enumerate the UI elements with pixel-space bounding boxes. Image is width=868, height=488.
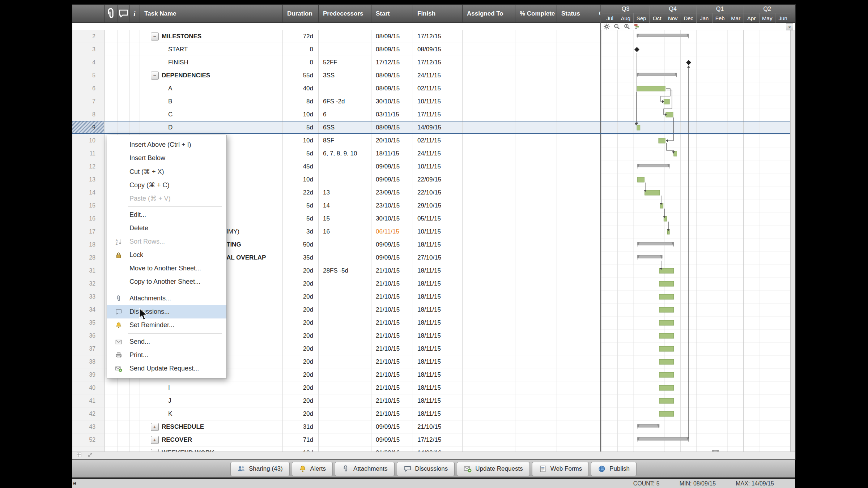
cell-status[interactable]	[557, 407, 598, 420]
cell-duration[interactable]: 20d	[283, 264, 319, 277]
cell-attachment[interactable]	[105, 95, 118, 108]
cell-start[interactable]: 09/09/15	[371, 173, 413, 186]
menu-item-set-reminder[interactable]: Set Reminder...	[107, 318, 226, 332]
cell-duration[interactable]: 72d	[283, 30, 319, 43]
cell-start[interactable]: 09/09/15	[371, 251, 413, 264]
cell-start[interactable]: 09/09/15	[371, 420, 413, 433]
cell-start[interactable]: 08/09/15	[371, 69, 413, 82]
cell-info[interactable]	[129, 108, 140, 121]
row-number[interactable]: 2	[72, 30, 105, 43]
cell-start[interactable]: 21/10/15	[371, 342, 413, 355]
cell-comment[interactable]	[118, 381, 129, 394]
collapse-toggle[interactable]: −	[151, 33, 159, 40]
cell-predecessors[interactable]	[319, 238, 371, 251]
cell-assigned-to[interactable]	[463, 43, 515, 56]
cell-comment[interactable]	[118, 30, 129, 43]
task-bar[interactable]	[664, 99, 669, 104]
cell-pct-complete[interactable]	[515, 381, 557, 394]
menu-item-print[interactable]: Print...	[107, 348, 226, 362]
cell-finish[interactable]: 18/11/15	[413, 316, 463, 329]
cell-info[interactable]	[129, 95, 140, 108]
cell-task-name[interactable]: I	[140, 381, 283, 394]
cell-predecessors[interactable]	[319, 433, 371, 446]
toolbar-button-discussions[interactable]: Discussions	[397, 462, 455, 476]
task-bar[interactable]	[659, 281, 674, 286]
cell-start[interactable]: 21/10/15	[371, 303, 413, 316]
task-bar[interactable]	[637, 125, 640, 130]
expand-icon-button[interactable]	[87, 452, 93, 459]
cell-info[interactable]	[129, 446, 140, 451]
cell-status[interactable]	[557, 394, 598, 407]
row-number[interactable]: 9	[72, 121, 105, 134]
cell-start[interactable]: 23/10/15	[371, 199, 413, 212]
cell-status[interactable]	[557, 342, 598, 355]
cell-status[interactable]	[557, 316, 598, 329]
row-number[interactable]: 42	[72, 407, 105, 420]
cell-status[interactable]	[557, 56, 598, 69]
cell-duration[interactable]: 20d	[283, 407, 319, 420]
cell-assigned-to[interactable]	[463, 225, 515, 238]
cell-pct-complete[interactable]	[515, 290, 557, 303]
row-number[interactable]	[72, 446, 105, 451]
task-bar[interactable]	[659, 320, 674, 325]
cell-comment[interactable]	[118, 433, 129, 446]
cell-pct-complete[interactable]	[515, 199, 557, 212]
cell-task-name[interactable]: +RECOVER	[140, 433, 283, 446]
cell-duration[interactable]: 31d	[283, 420, 319, 433]
cell-assigned-to[interactable]	[463, 446, 515, 451]
milestone-diamond[interactable]	[686, 60, 691, 65]
menu-item-copy-c[interactable]: Copy (⌘ + C)	[107, 178, 226, 192]
cell-assigned-to[interactable]	[463, 238, 515, 251]
cell-start[interactable]: 09/09/15	[371, 160, 413, 173]
milestone-diamond[interactable]	[634, 47, 639, 52]
toolbar-button-sharing-43[interactable]: Sharing (43)	[230, 462, 290, 476]
task-bar[interactable]	[659, 385, 674, 390]
cell-task-name[interactable]: A	[140, 82, 283, 95]
row-number[interactable]: 12	[72, 160, 105, 173]
cell-predecessors[interactable]: 6SS	[319, 121, 371, 134]
menu-item-attachments[interactable]: Attachments...	[107, 292, 226, 305]
cell-finish[interactable]: 18/11/15	[413, 290, 463, 303]
menu-item-edit[interactable]: Edit...	[107, 208, 226, 222]
cell-assigned-to[interactable]	[463, 394, 515, 407]
expand-toggle[interactable]: +	[151, 423, 159, 431]
cell-status[interactable]	[557, 290, 598, 303]
cell-duration[interactable]: 0	[283, 56, 319, 69]
cell-pct-complete[interactable]	[515, 407, 557, 420]
summary-bar[interactable]	[638, 242, 674, 247]
cell-comment[interactable]	[118, 394, 129, 407]
cell-info[interactable]	[129, 407, 140, 420]
cell-assigned-to[interactable]	[463, 160, 515, 173]
cell-finish[interactable]: 14/09/15	[413, 121, 463, 134]
task-bar[interactable]	[659, 372, 674, 377]
gear-icon-button[interactable]	[603, 23, 610, 31]
task-bar[interactable]	[638, 177, 644, 182]
toolbar-button-alerts[interactable]: Alerts	[292, 462, 333, 476]
cell-finish[interactable]: 17/12/15	[413, 433, 463, 446]
cell-finish[interactable]: 22/10/15	[413, 186, 463, 199]
cell-predecessors[interactable]	[319, 277, 371, 290]
row-number[interactable]: 31	[72, 264, 105, 277]
row-number[interactable]: 40	[72, 381, 105, 394]
cell-duration[interactable]: 10d	[283, 108, 319, 121]
toolbar-button-update-requests[interactable]: Update Requests	[457, 462, 529, 476]
cell-pct-complete[interactable]	[515, 355, 557, 368]
cell-comment[interactable]	[118, 43, 129, 56]
cell-finish[interactable]: 17/12/15	[413, 30, 463, 43]
gantt-settings-icon-button[interactable]	[634, 23, 641, 31]
cell-status[interactable]	[557, 69, 598, 82]
cell-pct-complete[interactable]	[515, 342, 557, 355]
cell-pct-complete[interactable]	[515, 82, 557, 95]
cell-status[interactable]	[557, 212, 598, 225]
row-number[interactable]: 7	[72, 95, 105, 108]
task-bar[interactable]	[645, 190, 660, 195]
cell-assigned-to[interactable]	[463, 251, 515, 264]
cell-task-name[interactable]: −MILESTONES	[140, 30, 283, 43]
cell-pct-complete[interactable]	[515, 95, 557, 108]
cell-start[interactable]: 30/10/15	[371, 95, 413, 108]
cell-attachment[interactable]	[105, 69, 118, 82]
header-row-number[interactable]	[72, 5, 105, 22]
cell-status[interactable]	[557, 134, 598, 147]
cell-assigned-to[interactable]	[463, 433, 515, 446]
cell-status[interactable]	[557, 433, 598, 446]
